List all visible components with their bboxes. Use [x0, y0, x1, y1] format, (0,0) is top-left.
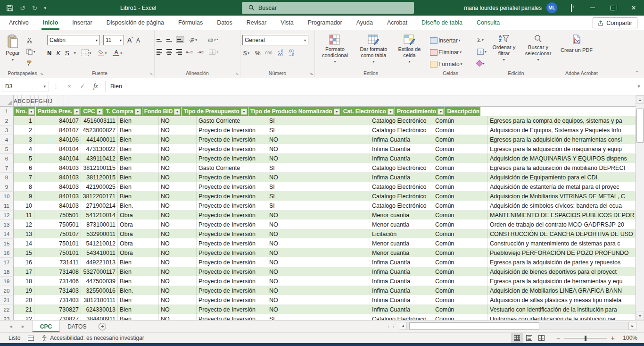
cell-cat-electronico[interactable]: Infima Cuantía	[370, 258, 433, 267]
enter-icon[interactable]: ✓	[76, 83, 89, 90]
cell-cpc[interactable]: 543410011	[81, 248, 118, 258]
cell-cat-electronico[interactable]: Catalogo Electrónico	[370, 192, 433, 201]
cell-fondo-bid[interactable]: NO	[159, 305, 197, 314]
number-format-select[interactable]: General▾	[242, 35, 308, 45]
percent-format-button[interactable]: %	[255, 50, 261, 57]
ribbon-tab[interactable]: Fórmulas	[171, 16, 210, 30]
delete-cells-button[interactable]: Eliminar▾	[429, 48, 463, 57]
sort-filter-button[interactable]: AZ Ordenar y filtrar ▾	[489, 32, 519, 68]
cell-tipo-presupuesto[interactable]: Proyecto de Inversión	[197, 135, 267, 144]
row-header[interactable]: 23	[0, 314, 14, 320]
ribbon-tab[interactable]: Consulta	[470, 16, 507, 30]
cell-tipo-producto[interactable]: SI	[267, 126, 370, 135]
cell-procedimiento[interactable]: Común	[433, 135, 488, 144]
cell-tipo-presupuesto[interactable]: Proyecto de Inversión	[197, 277, 267, 286]
cell-fondo-bid[interactable]: NO	[159, 135, 197, 144]
currency-format-button[interactable]: $▾	[242, 48, 250, 58]
cell-tipo-presupuesto[interactable]: Proyecto de Inversión	[197, 173, 267, 182]
cell-tipo-producto[interactable]: NO	[267, 258, 370, 267]
row-header[interactable]: 19	[0, 277, 14, 286]
font-name-select[interactable]: Calibri▾	[47, 35, 100, 45]
cell-descripcion[interactable]: Adquisicion de Equipos, Sistemas y Paque…	[488, 126, 636, 135]
ribbon-tab[interactable]: Diseño de tabla	[414, 16, 470, 30]
cell-t-compra[interactable]: Obra	[118, 229, 159, 239]
cell-nro[interactable]: 15	[14, 248, 34, 258]
cell-cpc[interactable]: 541210012	[81, 239, 118, 248]
cell-fondo-bid[interactable]: NO	[159, 173, 197, 182]
orientation-button[interactable]: ab▾	[188, 35, 198, 44]
cell-tipo-presupuesto[interactable]: Proyecto de Inversión	[197, 286, 267, 295]
cell-tipo-presupuesto[interactable]: Proyecto de Inversión	[197, 220, 267, 229]
cell-partida[interactable]: 840107	[34, 126, 81, 135]
ribbon-tab[interactable]: Vista	[273, 16, 301, 30]
ribbon-tab[interactable]: Ayuda	[349, 16, 380, 30]
cell-t-compra[interactable]: Bien	[118, 192, 159, 201]
cell-procedimiento[interactable]: Común	[433, 116, 488, 126]
cell-fondo-bid[interactable]: NO	[159, 116, 197, 126]
row-header[interactable]: 9	[0, 182, 14, 192]
format-cells-button[interactable]: Formato▾	[429, 59, 463, 68]
scroll-left-icon[interactable]: ◂	[399, 322, 407, 330]
new-sheet-button[interactable]: +	[94, 321, 110, 332]
cell-partida[interactable]: 750501	[34, 211, 81, 220]
normal-view-button[interactable]	[511, 333, 523, 343]
cell-tipo-producto[interactable]: NO	[267, 239, 370, 248]
create-pdf-button[interactable]: Crear un PDF	[560, 32, 593, 68]
column-letter[interactable]: F	[35, 95, 39, 106]
font-color-button[interactable]: A ▾	[112, 48, 123, 58]
scroll-down-icon[interactable]: ▼	[636, 312, 644, 320]
cell-tipo-producto[interactable]: SI	[267, 116, 370, 126]
cell-cat-electronico[interactable]: Menor cuantia	[370, 220, 433, 229]
cell-cpc[interactable]: 541210014	[81, 211, 118, 220]
cell-partida[interactable]: 840103	[34, 201, 81, 211]
decrease-indent-icon[interactable]: ⇤≡	[186, 50, 193, 55]
row-header[interactable]: 13	[0, 220, 14, 229]
underline-button[interactable]: S	[65, 50, 69, 57]
cell-nro[interactable]: 13	[14, 229, 34, 239]
row-header[interactable]: 22	[0, 305, 14, 314]
cell-cat-electronico[interactable]: Infima Cuantía	[370, 286, 433, 295]
cell-procedimiento[interactable]: Común	[433, 163, 488, 173]
cell-partida[interactable]: 730827	[34, 314, 81, 320]
autosum-button[interactable]: Σ▾	[476, 35, 487, 44]
cell-nro[interactable]: 17	[14, 267, 34, 277]
zoom-slider-thumb[interactable]	[585, 336, 586, 341]
cell-cat-electronico[interactable]: Infima Cuantía	[370, 295, 433, 305]
cell-t-compra[interactable]: Obra	[118, 239, 159, 248]
cell-descripcion[interactable]: Adquisición de Equipamiento para el CDI.	[488, 173, 636, 182]
cell-descripcion[interactable]: Adquisición de bienes deportivos para el…	[488, 267, 636, 277]
row-header[interactable]: 10	[0, 192, 14, 201]
cell-partida[interactable]: 731403	[34, 295, 81, 305]
cell-tipo-producto[interactable]: SI	[267, 163, 370, 173]
cell-nro[interactable]: 5	[14, 154, 34, 163]
cut-button[interactable]	[25, 35, 36, 45]
cell-partida[interactable]: 731406	[34, 277, 81, 286]
cell-cpc[interactable]: 4516003111	[81, 116, 118, 126]
cell-tipo-producto[interactable]: NO	[267, 295, 370, 305]
cell-partida[interactable]: 731408	[34, 267, 81, 277]
cell-cpc[interactable]: 384400911	[81, 314, 118, 320]
cell-cat-electronico[interactable]: Catalogo Electrónico	[370, 126, 433, 135]
cell-fondo-bid[interactable]: NO	[159, 267, 197, 277]
cell-cpc[interactable]: 3812100115	[81, 163, 118, 173]
cell-fondo-bid[interactable]: NO	[159, 144, 197, 154]
cell-t-compra[interactable]: Obra	[118, 220, 159, 229]
page-layout-view-button[interactable]	[523, 333, 536, 343]
cell-nro[interactable]: 19	[14, 286, 34, 295]
cell-t-compra[interactable]: Obra	[118, 248, 159, 258]
cell-tipo-producto[interactable]: NO	[267, 248, 370, 258]
cell-cat-electronico[interactable]: Catalogo Electrónico	[370, 182, 433, 192]
cell-fondo-bid[interactable]: NO	[159, 163, 197, 173]
clear-button[interactable]: ▾	[476, 59, 487, 68]
cell-tipo-presupuesto[interactable]: Proyecto de Inversión	[197, 314, 267, 320]
column-letter[interactable]: E	[31, 95, 35, 106]
sheet-tab[interactable]: CPC	[32, 321, 60, 332]
ribbon-tab[interactable]: Programador	[301, 16, 349, 30]
column-letter[interactable]: D	[26, 95, 31, 106]
copy-button[interactable]: ▾	[25, 47, 36, 56]
cell-tipo-presupuesto[interactable]: Proyecto de Inversión	[197, 182, 267, 192]
cell-t-compra[interactable]: Bien	[118, 277, 159, 286]
cell-cat-electronico[interactable]: Infima Cuantía	[370, 144, 433, 154]
cell-procedimiento[interactable]: Común	[433, 258, 488, 267]
cell-descripcion[interactable]: Orden de trabajo del contrato MCO-GADPRS…	[488, 220, 636, 229]
